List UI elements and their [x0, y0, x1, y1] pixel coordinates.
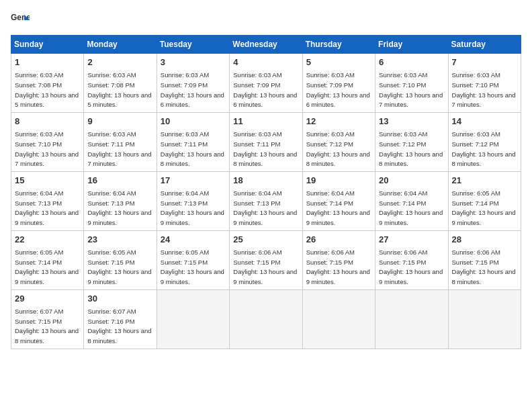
day-number: 26	[306, 234, 371, 246]
header-row: SundayMondayTuesdayWednesdayThursdayFrid…	[11, 36, 521, 54]
day-number: 4	[233, 56, 298, 68]
day-cell: 1Sunrise: 6:03 AMSunset: 7:08 PMDaylight…	[11, 54, 84, 113]
day-info: Sunrise: 6:05 AMSunset: 7:15 PMDaylight:…	[87, 248, 151, 285]
day-cell: 22Sunrise: 6:05 AMSunset: 7:14 PMDayligh…	[11, 230, 84, 289]
day-info: Sunrise: 6:03 AMSunset: 7:10 PMDaylight:…	[379, 71, 443, 108]
day-number: 25	[233, 234, 298, 246]
calendar-header: SundayMondayTuesdayWednesdayThursdayFrid…	[11, 36, 521, 54]
day-number: 24	[161, 234, 226, 246]
day-number: 23	[87, 234, 152, 246]
week-row-3: 15Sunrise: 6:04 AMSunset: 7:13 PMDayligh…	[11, 171, 521, 230]
day-info: Sunrise: 6:03 AMSunset: 7:11 PMDaylight:…	[161, 130, 224, 167]
day-number: 20	[379, 175, 444, 187]
day-number: 13	[379, 116, 444, 128]
day-cell: 9Sunrise: 6:03 AMSunset: 7:11 PMDaylight…	[84, 112, 157, 171]
day-cell: 24Sunrise: 6:05 AMSunset: 7:15 PMDayligh…	[157, 230, 229, 289]
day-cell: 2Sunrise: 6:03 AMSunset: 7:08 PMDaylight…	[84, 54, 157, 113]
day-number: 5	[306, 56, 371, 68]
day-cell: 25Sunrise: 6:06 AMSunset: 7:15 PMDayligh…	[230, 230, 302, 289]
day-number: 21	[452, 175, 517, 187]
day-number: 27	[379, 234, 444, 246]
header-day-tuesday: Tuesday	[157, 36, 229, 54]
day-number: 19	[306, 175, 371, 187]
day-info: Sunrise: 6:06 AMSunset: 7:15 PMDaylight:…	[379, 248, 443, 285]
day-info: Sunrise: 6:05 AMSunset: 7:14 PMDaylight:…	[452, 189, 516, 226]
day-cell	[230, 289, 302, 349]
day-cell: 30Sunrise: 6:07 AMSunset: 7:16 PMDayligh…	[84, 289, 157, 349]
week-row-2: 8Sunrise: 6:03 AMSunset: 7:10 PMDaylight…	[11, 112, 521, 171]
day-number: 7	[452, 56, 517, 68]
day-number: 3	[161, 56, 226, 68]
day-number: 17	[161, 175, 226, 187]
header-day-monday: Monday	[84, 36, 157, 54]
day-number: 12	[306, 116, 371, 128]
day-cell: 20Sunrise: 6:04 AMSunset: 7:14 PMDayligh…	[375, 171, 448, 230]
week-row-5: 29Sunrise: 6:07 AMSunset: 7:15 PMDayligh…	[11, 289, 521, 349]
day-info: Sunrise: 6:03 AMSunset: 7:09 PMDaylight:…	[233, 71, 297, 108]
day-info: Sunrise: 6:03 AMSunset: 7:12 PMDaylight:…	[306, 130, 370, 167]
day-cell: 4Sunrise: 6:03 AMSunset: 7:09 PMDaylight…	[230, 54, 302, 113]
day-info: Sunrise: 6:04 AMSunset: 7:14 PMDaylight:…	[306, 189, 370, 226]
day-number: 15	[15, 175, 80, 187]
day-cell: 14Sunrise: 6:03 AMSunset: 7:12 PMDayligh…	[448, 112, 521, 171]
header-day-thursday: Thursday	[302, 36, 375, 54]
day-number: 29	[15, 293, 80, 305]
calendar-body: 1Sunrise: 6:03 AMSunset: 7:08 PMDaylight…	[11, 54, 521, 349]
day-number: 8	[15, 116, 80, 128]
day-cell: 19Sunrise: 6:04 AMSunset: 7:14 PMDayligh…	[302, 171, 375, 230]
day-cell: 5Sunrise: 6:03 AMSunset: 7:09 PMDaylight…	[302, 54, 375, 113]
day-info: Sunrise: 6:04 AMSunset: 7:13 PMDaylight:…	[15, 189, 79, 226]
day-info: Sunrise: 6:03 AMSunset: 7:10 PMDaylight:…	[452, 71, 516, 108]
calendar-table: SundayMondayTuesdayWednesdayThursdayFrid…	[11, 35, 521, 349]
day-cell: 18Sunrise: 6:04 AMSunset: 7:13 PMDayligh…	[230, 171, 302, 230]
day-info: Sunrise: 6:06 AMSunset: 7:15 PMDaylight:…	[233, 248, 297, 285]
week-row-4: 22Sunrise: 6:05 AMSunset: 7:14 PMDayligh…	[11, 230, 521, 289]
day-cell: 11Sunrise: 6:03 AMSunset: 7:11 PMDayligh…	[230, 112, 302, 171]
day-cell: 17Sunrise: 6:04 AMSunset: 7:13 PMDayligh…	[157, 171, 229, 230]
day-cell: 26Sunrise: 6:06 AMSunset: 7:15 PMDayligh…	[302, 230, 375, 289]
day-number: 6	[379, 56, 444, 68]
day-cell: 3Sunrise: 6:03 AMSunset: 7:09 PMDaylight…	[157, 54, 229, 113]
day-info: Sunrise: 6:06 AMSunset: 7:15 PMDaylight:…	[452, 248, 516, 285]
day-number: 22	[15, 234, 80, 246]
day-info: Sunrise: 6:03 AMSunset: 7:10 PMDaylight:…	[15, 130, 79, 167]
day-cell: 28Sunrise: 6:06 AMSunset: 7:15 PMDayligh…	[448, 230, 521, 289]
day-number: 2	[87, 56, 152, 68]
day-info: Sunrise: 6:04 AMSunset: 7:13 PMDaylight:…	[233, 189, 297, 226]
day-cell: 15Sunrise: 6:04 AMSunset: 7:13 PMDayligh…	[11, 171, 84, 230]
header-day-wednesday: Wednesday	[230, 36, 302, 54]
day-info: Sunrise: 6:07 AMSunset: 7:16 PMDaylight:…	[87, 308, 151, 345]
day-info: Sunrise: 6:03 AMSunset: 7:11 PMDaylight:…	[233, 130, 297, 167]
day-info: Sunrise: 6:03 AMSunset: 7:08 PMDaylight:…	[15, 71, 79, 108]
day-info: Sunrise: 6:06 AMSunset: 7:15 PMDaylight:…	[306, 248, 370, 285]
day-info: Sunrise: 6:03 AMSunset: 7:12 PMDaylight:…	[379, 130, 443, 167]
day-cell: 21Sunrise: 6:05 AMSunset: 7:14 PMDayligh…	[448, 171, 521, 230]
day-info: Sunrise: 6:03 AMSunset: 7:08 PMDaylight:…	[87, 71, 151, 108]
day-info: Sunrise: 6:03 AMSunset: 7:09 PMDaylight:…	[306, 71, 370, 108]
day-cell: 27Sunrise: 6:06 AMSunset: 7:15 PMDayligh…	[375, 230, 448, 289]
logo-icon: General	[11, 11, 30, 30]
week-row-1: 1Sunrise: 6:03 AMSunset: 7:08 PMDaylight…	[11, 54, 521, 113]
day-cell: 13Sunrise: 6:03 AMSunset: 7:12 PMDayligh…	[375, 112, 448, 171]
day-cell	[302, 289, 375, 349]
day-info: Sunrise: 6:05 AMSunset: 7:14 PMDaylight:…	[15, 248, 79, 285]
header-day-friday: Friday	[375, 36, 448, 54]
day-number: 18	[233, 175, 298, 187]
day-info: Sunrise: 6:03 AMSunset: 7:12 PMDaylight:…	[452, 130, 516, 167]
day-cell: 8Sunrise: 6:03 AMSunset: 7:10 PMDaylight…	[11, 112, 84, 171]
day-number: 28	[452, 234, 517, 246]
day-info: Sunrise: 6:05 AMSunset: 7:15 PMDaylight:…	[161, 248, 224, 285]
day-info: Sunrise: 6:04 AMSunset: 7:13 PMDaylight:…	[87, 189, 151, 226]
header-day-sunday: Sunday	[11, 36, 84, 54]
day-number: 11	[233, 116, 298, 128]
day-cell	[448, 289, 521, 349]
day-number: 30	[87, 293, 152, 305]
day-number: 10	[161, 116, 226, 128]
day-number: 14	[452, 116, 517, 128]
day-cell	[157, 289, 229, 349]
day-cell: 10Sunrise: 6:03 AMSunset: 7:11 PMDayligh…	[157, 112, 229, 171]
day-info: Sunrise: 6:04 AMSunset: 7:13 PMDaylight:…	[161, 189, 224, 226]
header: General	[11, 11, 521, 30]
header-day-saturday: Saturday	[448, 36, 521, 54]
day-info: Sunrise: 6:03 AMSunset: 7:09 PMDaylight:…	[161, 71, 224, 108]
